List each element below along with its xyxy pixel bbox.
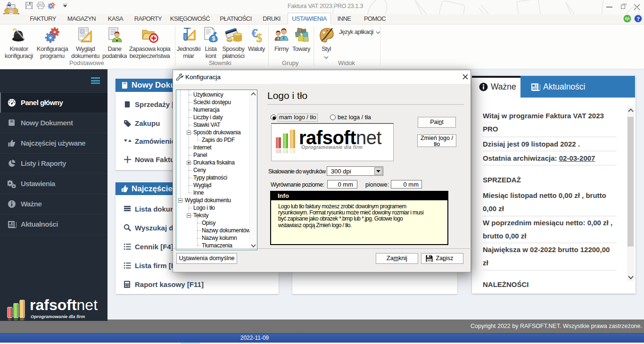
svg-text:$: $ bbox=[256, 32, 262, 43]
svg-text:?: ? bbox=[636, 16, 640, 22]
svg-text:$: $ bbox=[212, 35, 215, 42]
